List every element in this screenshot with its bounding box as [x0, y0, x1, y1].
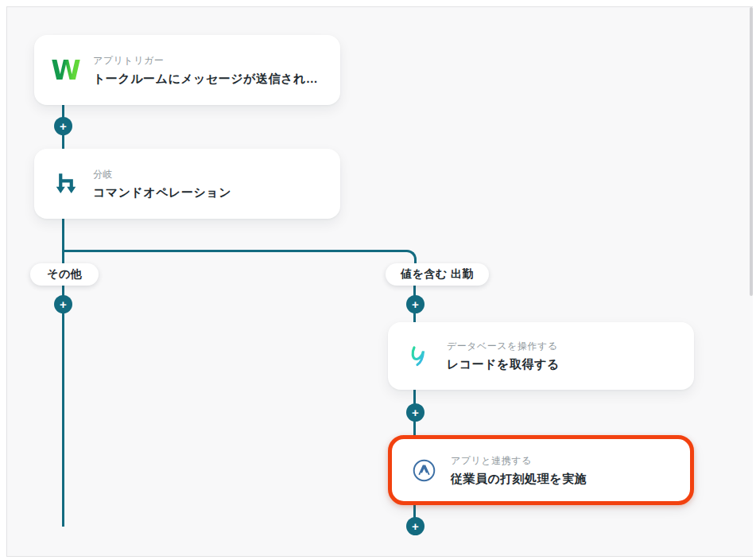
branch-label-other[interactable]: その他	[30, 263, 99, 286]
node-title: トークルームにメッセージが送信され…	[93, 72, 318, 87]
akashi-icon	[408, 454, 440, 486]
add-step-button[interactable]: +	[54, 295, 72, 313]
lineworks-icon: W	[50, 54, 82, 86]
branch-label-text: 値を含む 出勤	[401, 267, 474, 282]
plus-icon: +	[412, 520, 419, 532]
scrollbar-thumb[interactable]	[750, 7, 753, 296]
node-category-label: アプリトリガー	[93, 54, 318, 68]
yoom-database-icon	[404, 340, 436, 372]
plus-icon: +	[412, 298, 419, 310]
node-title: コマンドオペレーション	[93, 185, 231, 200]
node-category-label: アプリと連携する	[451, 454, 587, 468]
add-step-button[interactable]: +	[406, 517, 425, 535]
workflow-node-app-integration[interactable]: アプリと連携する 従業員の打刻処理を実施	[388, 435, 694, 505]
node-title: レコードを取得する	[447, 357, 560, 372]
node-category-label: データベースを操作する	[447, 340, 560, 353]
add-step-button[interactable]: +	[54, 117, 72, 135]
node-category-label: 分岐	[93, 168, 231, 181]
plus-icon: +	[60, 120, 67, 132]
workflow-node-branch[interactable]: 分岐 コマンドオペレーション	[34, 149, 340, 219]
workflow-node-trigger[interactable]: W アプリトリガー トークルームにメッセージが送信され…	[34, 35, 340, 105]
plus-icon: +	[60, 298, 67, 310]
node-title: 従業員の打刻処理を実施	[451, 472, 587, 487]
workflow-canvas[interactable]: W アプリトリガー トークルームにメッセージが送信され… + 分岐 コマンドオペ…	[6, 6, 753, 557]
branch-label-contains-value[interactable]: 値を含む 出勤	[386, 263, 489, 286]
add-step-button[interactable]: +	[406, 295, 425, 313]
branch-icon	[50, 168, 82, 200]
connector-branch-corner	[62, 250, 417, 277]
plus-icon: +	[412, 406, 419, 418]
workflow-node-database[interactable]: データベースを操作する レコードを取得する	[388, 322, 694, 390]
add-step-button[interactable]: +	[406, 403, 425, 422]
branch-label-text: その他	[47, 267, 82, 282]
